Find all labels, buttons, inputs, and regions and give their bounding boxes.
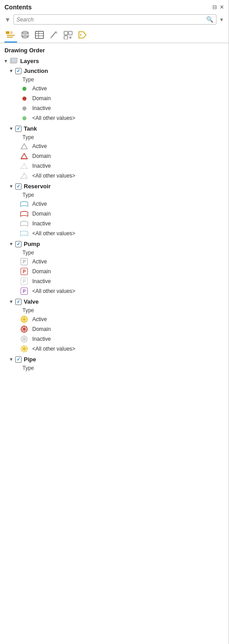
valve-active-label: Active <box>32 316 47 322</box>
svg-rect-3 <box>7 37 13 38</box>
svg-marker-22 <box>21 144 27 149</box>
reservoir-inactive-item: Inactive <box>0 219 229 229</box>
junction-group: ▼ Junction Type Active Domain <box>0 66 229 123</box>
junction-active-label: Active <box>32 85 47 92</box>
search-row: ▼ 🔍 ▼ <box>0 13 229 26</box>
tank-active-item: Active <box>0 141 229 151</box>
search-magnifier-icon: 🔍 <box>206 16 213 23</box>
junction-other-item: <All other values> <box>0 113 229 123</box>
list-view-button[interactable] <box>4 29 17 41</box>
tank-inactive-label: Inactive <box>32 163 51 169</box>
reservoir-inactive-label: Inactive <box>32 220 51 227</box>
svg-rect-0 <box>6 31 9 34</box>
pipe-collapse-arrow[interactable]: ▼ <box>9 357 14 362</box>
junction-inactive-item: Inactive <box>0 103 229 113</box>
pump-domain-label: Domain <box>32 268 51 275</box>
reservoir-label: Reservoir <box>24 183 51 190</box>
reservoir-group: ▼ Reservoir Type Active <box>0 182 229 238</box>
junction-active-item: Active <box>0 84 229 93</box>
pipe-label: Pipe <box>24 356 36 363</box>
layers-label: Layers <box>20 58 39 64</box>
valve-active-icon <box>20 315 29 323</box>
pump-other-label: <All other values> <box>32 288 75 294</box>
pipe-checkbox[interactable] <box>15 356 22 363</box>
valve-inactive-label: Inactive <box>32 336 51 342</box>
valve-label: Valve <box>24 298 39 305</box>
header-icons: ⊟ ✕ <box>212 4 224 10</box>
tank-other-item: <All other values> <box>0 171 229 181</box>
valve-other-label: <All other values> <box>32 346 75 352</box>
reservoir-domain-item: Domain <box>0 209 229 219</box>
tank-other-label: <All other values> <box>32 173 75 179</box>
svg-line-11 <box>51 32 56 38</box>
tank-active-icon <box>20 142 29 150</box>
search-input[interactable] <box>17 17 206 23</box>
junction-collapse-arrow[interactable]: ▼ <box>9 68 14 73</box>
svg-marker-26 <box>21 173 27 178</box>
junction-domain-label: Domain <box>32 95 51 102</box>
pump-header[interactable]: ▼ Pump <box>0 239 229 249</box>
search-box[interactable]: 🔍 <box>13 14 216 25</box>
junction-label: Junction <box>24 68 48 74</box>
pump-domain-item: P Domain <box>0 267 229 276</box>
reservoir-header[interactable]: ▼ Reservoir <box>0 182 229 191</box>
valve-domain-label: Domain <box>32 326 51 332</box>
pump-collapse-arrow[interactable]: ▼ <box>9 242 14 246</box>
reservoir-other-icon <box>20 229 29 237</box>
layers-root-item[interactable]: ▼ Layers <box>0 55 229 66</box>
tank-checkbox[interactable] <box>15 126 22 132</box>
svg-rect-7 <box>35 31 43 38</box>
junction-header[interactable]: ▼ Junction <box>0 66 229 76</box>
valve-checkbox[interactable] <box>15 299 22 305</box>
valve-other-item: <All other values> <box>0 344 229 354</box>
reservoir-active-icon <box>20 200 29 208</box>
filter-icon[interactable]: ▼ <box>4 16 11 23</box>
dropdown-icon[interactable]: ▼ <box>219 17 224 22</box>
tank-other-icon <box>20 172 29 180</box>
valve-type-label: Type <box>0 306 229 314</box>
reservoir-checkbox[interactable] <box>15 183 22 190</box>
tank-domain-icon <box>20 152 29 160</box>
reservoir-inactive-icon <box>20 220 29 228</box>
close-icon[interactable]: ✕ <box>220 4 224 10</box>
tank-group: ▼ Tank Type Active <box>0 124 229 181</box>
pump-inactive-label: Inactive <box>32 278 51 284</box>
panel-title: Contents <box>4 4 32 11</box>
reservoir-other-item: <All other values> <box>0 229 229 238</box>
pump-active-item: P Active <box>0 257 229 267</box>
svg-rect-1 <box>10 31 13 34</box>
valve-domain-item: Domain <box>0 324 229 334</box>
junction-checkbox[interactable] <box>15 68 22 74</box>
reservoir-collapse-arrow[interactable]: ▼ <box>9 184 14 189</box>
layers-icon <box>10 57 18 65</box>
svg-rect-15 <box>69 31 72 35</box>
layers-collapse-arrow[interactable]: ▼ <box>4 59 9 64</box>
drawing-order-label: Drawing Order <box>0 43 229 55</box>
pump-other-item: P <All other values> <box>0 286 229 296</box>
pipe-header[interactable]: ▼ Pipe <box>0 355 229 364</box>
grid-plus-button[interactable] <box>62 29 74 41</box>
junction-other-label: <All other values> <box>32 115 75 121</box>
junction-type-label: Type <box>0 76 229 84</box>
svg-point-19 <box>80 34 82 36</box>
svg-rect-21 <box>11 58 17 63</box>
valve-collapse-arrow[interactable]: ▼ <box>9 299 14 304</box>
cylinder-button[interactable] <box>19 29 31 41</box>
junction-inactive-icon <box>20 104 29 112</box>
pump-checkbox[interactable] <box>15 241 22 247</box>
tank-domain-item: Domain <box>0 151 229 161</box>
valve-group: ▼ Valve Type Active <box>0 297 229 354</box>
tag-button[interactable] <box>76 29 89 41</box>
valve-header[interactable]: ▼ Valve <box>0 297 229 306</box>
valve-other-icon <box>20 345 29 353</box>
tank-type-label: Type <box>0 133 229 141</box>
reservoir-active-item: Active <box>0 199 229 209</box>
table-button[interactable] <box>33 29 46 41</box>
pump-other-icon: P <box>20 287 29 295</box>
tank-active-label: Active <box>32 143 47 149</box>
pump-active-icon: P <box>20 258 29 266</box>
pin-icon[interactable]: ⊟ <box>212 4 217 10</box>
tank-collapse-arrow[interactable]: ▼ <box>9 126 14 131</box>
pencil-button[interactable] <box>48 29 60 41</box>
tank-header[interactable]: ▼ Tank <box>0 124 229 133</box>
